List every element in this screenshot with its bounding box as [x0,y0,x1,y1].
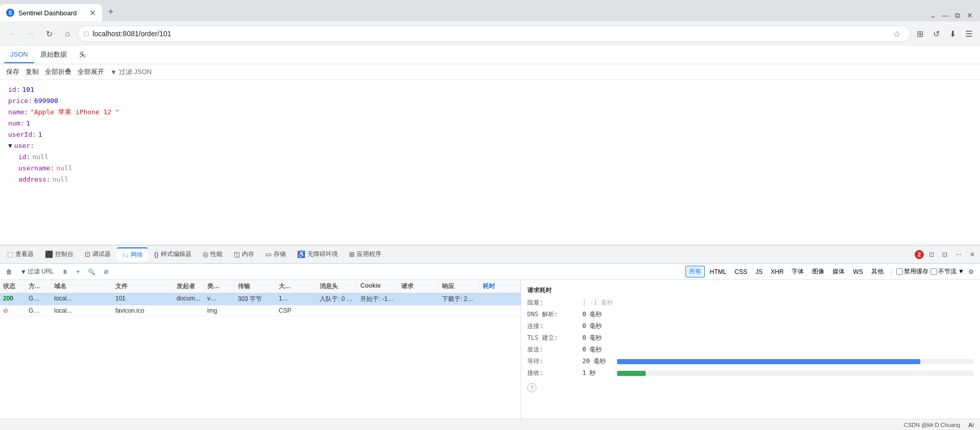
maximize-button[interactable]: ⧉ [951,9,964,21]
throttle-label: 不节流 ▼ [938,267,964,276]
cell-initiator-1: docum... [174,293,204,305]
minimize-button[interactable]: — [939,9,951,21]
tab-headers[interactable]: 头 [73,46,92,64]
network-label: 网络 [131,250,143,259]
filter-image[interactable]: 图像 [809,266,827,277]
back-button[interactable]: ← [4,26,20,42]
devtools-tab-performance[interactable]: ◎ 性能 [198,248,228,261]
disable-cache-label: 禁用缓存 [904,267,928,276]
filter-js[interactable]: JS [752,267,766,276]
col-initiator[interactable]: 发起者 [174,280,204,293]
filter-other[interactable]: 其他 [868,266,887,277]
network-settings-button[interactable]: ⚙ [966,267,976,276]
filter-all[interactable]: 所有 [685,266,705,277]
devtools-dock-button[interactable]: ⊡ [926,250,937,259]
value-price: 699900 [34,95,58,107]
devtools-undock-button[interactable]: ⊡ [939,250,950,259]
block-network-button[interactable]: ⊘ [102,267,111,276]
table-row[interactable]: ⊘ G… local... favicon.ico img CSP [0,306,521,316]
json-row-user-id: id: null [18,151,972,163]
filter-font[interactable]: 字体 [789,266,807,277]
tab-json[interactable]: JSON [4,46,34,63]
cell-response-1: 下载于: 21 毫秒 [439,293,480,305]
menu-button[interactable]: ☰ [962,27,976,41]
disable-cache-input[interactable] [896,268,903,275]
debugger-label: 调试器 [92,250,111,259]
tab-raw[interactable]: 原始数据 [34,46,73,64]
reload-button[interactable]: ↻ [41,26,57,42]
pause-network-button[interactable]: ⏸ [60,267,70,276]
timing-bar-receive [617,371,974,376]
col-file[interactable]: 文件 [112,280,174,293]
filter-html[interactable]: HTML [707,267,730,276]
perf-label: 性能 [210,250,223,259]
col-domain[interactable]: 域名 [51,280,112,293]
expand-all-button[interactable]: 全部展开 [78,67,104,77]
throttle-checkbox[interactable]: 不节流 ▼ [930,267,964,276]
col-request[interactable]: 请求 [398,280,439,293]
reload-page-button[interactable]: ↺ [929,27,943,41]
devtools-tab-debugger[interactable]: ⊡ 调试器 [80,248,116,261]
col-timing[interactable]: 耗时 [480,280,521,293]
download-button[interactable]: ⬇ [945,27,960,41]
cell-status-2: ⊘ [0,306,26,316]
copy-button[interactable]: 复制 [26,67,39,77]
devtools-tab-network[interactable]: ↑↓ 网络 [117,247,148,261]
cell-domain-2: local... [51,306,112,316]
error-badge[interactable]: 2 [915,250,924,259]
timing-row-wait: 等待: 20 毫秒 [527,356,974,367]
devtools-tab-style-editor[interactable]: {} 样式编辑器 [149,248,197,261]
col-cookie[interactable]: Cookie [357,280,398,293]
col-type[interactable]: 类… [204,280,235,293]
devtools-close-button[interactable]: ✕ [967,250,978,259]
col-size[interactable]: 大… [276,280,316,293]
bookmark-button[interactable]: ☆ [890,27,904,41]
timing-panel: 请求耗时 阻塞: | -1 毫秒 DNS 解析: 0 毫秒 连接: 0 毫秒 T… [521,280,980,419]
home-button[interactable]: ⌂ [59,26,76,42]
devtools-tab-storage[interactable]: ▭ 存储 [260,248,291,261]
devtools-more-button[interactable]: ⋯ [952,250,965,259]
col-transfer[interactable]: 传输 [235,280,276,293]
extensions-button[interactable]: ⊞ [913,27,927,41]
key-userid: userId: [8,129,36,140]
table-row[interactable]: 200 G… local... 101 docum... v… 303 字节 1… [0,293,521,306]
devtools-tab-application[interactable]: ⊞ 应用程序 [344,248,386,261]
devtools-tab-accessibility[interactable]: ♿ 无障碍环境 [292,248,343,261]
col-status[interactable]: 状态 [0,280,26,293]
forward-button[interactable]: → [22,26,39,42]
cell-msghead-1: 入队于: 0 毫秒 [316,293,357,305]
disable-cache-checkbox[interactable]: 禁用缓存 [896,267,928,276]
key-user-address: address: [18,174,51,185]
clear-network-button[interactable]: 🗑 [4,267,14,276]
network-main: 状态 方… 域名 文件 发起者 类… 传输 大… 消息头 Cookie 请求 响… [0,280,980,419]
address-bar[interactable]: □ localhost:8081/order/101 ☆ [78,26,911,42]
col-method[interactable]: 方… [26,280,51,293]
new-tab-button[interactable]: + [102,3,120,21]
tab-close-button[interactable]: ✕ [89,8,96,18]
memory-label: 内存 [242,250,254,259]
filter-media[interactable]: 媒体 [829,266,848,277]
user-toggle[interactable]: ▼ [8,140,12,151]
timing-value-connect: 0 毫秒 [582,322,613,331]
filter-xhr[interactable]: XHR [768,267,787,276]
devtools-tab-memory[interactable]: ◫ 内存 [229,248,259,261]
filter-url-button[interactable]: ▼ 过滤 URL [18,266,56,277]
close-window-button[interactable]: ✕ [964,9,976,21]
active-tab[interactable]: S Sentinel Dashboard ✕ [0,4,102,21]
devtools-tab-inspector[interactable]: ⬚ 查看器 [2,248,39,261]
throttle-input[interactable] [930,268,937,275]
help-icon[interactable]: ? [527,383,536,392]
filter-css[interactable]: CSS [731,267,750,276]
devtools-tab-console[interactable]: ⬛ 控制台 [40,248,79,261]
col-response[interactable]: 响应 [439,280,480,293]
timing-value-receive: 1 秒 [582,369,613,377]
search-network-button[interactable]: 🔍 [86,267,97,276]
col-msghead[interactable]: 消息头 [316,280,357,293]
tab-list-button[interactable]: ⌄ [927,9,939,21]
network-filter-row: 所有 HTML CSS JS XHR 字体 图像 媒体 WS 其他 | 禁用缓存… [685,266,976,277]
filter-ws[interactable]: WS [850,267,866,276]
json-filter[interactable]: ▼ 过滤 JSON [110,67,152,77]
save-button[interactable]: 保存 [6,67,19,77]
add-network-button[interactable]: + [74,267,82,276]
collapse-all-button[interactable]: 全部折叠 [45,67,71,77]
